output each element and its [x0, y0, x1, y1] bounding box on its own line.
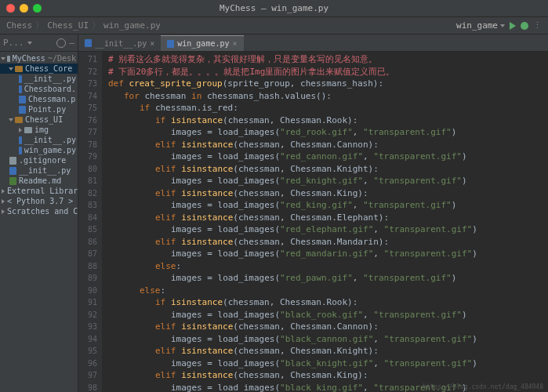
tree-item--gitignore[interactable]: .gitignore [0, 155, 78, 165]
tree-root[interactable]: MyChess ~/Desk [0, 53, 78, 64]
folder-icon [24, 127, 32, 133]
chevron-right-icon: 〉 [35, 20, 44, 31]
tree-item-win_game-py[interactable]: win_game.py [0, 145, 78, 155]
tree-label: External Libraries [7, 187, 78, 195]
python-file-icon [19, 85, 22, 93]
code-line[interactable]: images = load_images("red_cannon.gif", "… [102, 151, 548, 163]
code-line[interactable]: images = load_images("black_cannon.gif",… [102, 333, 548, 346]
tab-__init__-py[interactable]: __init__.py× [78, 35, 161, 51]
code-line[interactable]: images = load_images("red_knight.gif", "… [102, 175, 548, 187]
line-number: 75 [80, 102, 97, 114]
breadcrumb: Chess 〉 Chess_UI 〉 win_game.py [6, 20, 161, 31]
line-number: 96 [80, 358, 97, 370]
code-line[interactable]: elif isinstance(chessman, Chessman.Manda… [102, 236, 548, 249]
code-line[interactable]: elif isinstance(chessman, Chessman.Canno… [102, 139, 548, 151]
code-lines[interactable]: # 别看这么多就觉得复杂，其实很好理解，只是变量名写的见名知意。# 下面20多行… [102, 52, 548, 392]
maximize-window-icon[interactable] [33, 4, 42, 13]
close-window-icon[interactable] [6, 4, 15, 13]
tree-item-img[interactable]: img [0, 125, 78, 135]
line-number: 73 [80, 78, 97, 90]
tree-label: img [34, 125, 49, 134]
code-line[interactable]: # 下面20多行，都是。。。。就是把Img里面的图片拿出来赋值定义而已。 [102, 66, 548, 78]
code-line[interactable]: images = load_images("red_mandarin.gif",… [102, 248, 548, 260]
code-line[interactable]: for chessman in chessmans_hash.values(): [102, 90, 548, 103]
tab-label: win_game.py [177, 39, 229, 48]
python-file-icon [19, 136, 22, 144]
code-line[interactable]: elif isinstance(chessman, Chessman.King)… [102, 369, 548, 382]
gear-icon[interactable] [56, 38, 66, 48]
run-icon[interactable] [510, 22, 516, 30]
code-line[interactable]: else: [102, 285, 548, 297]
line-number: 85 [80, 223, 97, 236]
external-libraries[interactable]: External Libraries [0, 186, 78, 196]
python-file-icon [19, 106, 26, 114]
tree-item-Chessman-p[interactable]: Chessman.p [0, 94, 78, 104]
python-file-icon [85, 39, 92, 47]
code-line[interactable]: elif isinstance(chessman, Chessman.King)… [102, 187, 548, 200]
line-gutter: 7172737475767778798081828384858687888990… [78, 52, 102, 392]
tree-item-__init__-py[interactable]: __init__.py [0, 165, 78, 176]
breadcrumb-bar: Chess 〉 Chess_UI 〉 win_game.py win_game … [0, 17, 548, 34]
watermark: https://blog.csdn.net/dag_484948 [423, 383, 543, 390]
code-line[interactable]: elif isinstance(chessman, Chessman.Knigh… [102, 345, 548, 358]
tree-label: < Python 3.7 > [7, 197, 73, 205]
python-file-icon [19, 75, 22, 83]
tree-item-__init__-py[interactable]: __init__.py [0, 74, 78, 84]
code-line[interactable]: if chessman.is_red: [102, 102, 548, 114]
breadcrumb-item[interactable]: Chess_UI [47, 20, 89, 31]
line-number: 74 [80, 90, 97, 103]
tree-label: Chessman.p [28, 95, 75, 103]
code-line[interactable]: if isinstance(chessman, Chessman.Rook): [102, 114, 548, 127]
tree-item-Chess_Core[interactable]: Chess_Core [0, 64, 78, 74]
close-icon[interactable]: × [233, 39, 238, 48]
code-line[interactable]: else: [102, 260, 548, 273]
code-line[interactable]: def creat_sprite_group(sprite_group, che… [102, 78, 548, 90]
hide-icon[interactable]: — [69, 38, 74, 48]
breadcrumb-item[interactable]: win_game.py [103, 20, 161, 31]
chevron-down-icon[interactable] [27, 42, 32, 45]
code-line[interactable]: images = load_images("red_elephant.gif",… [102, 223, 548, 236]
editor-tabs: __init__.py×win_game.py× [78, 34, 548, 52]
folder-icon [15, 66, 23, 72]
code-line[interactable]: images = load_images("red_king.gif", "tr… [102, 199, 548, 212]
line-number: 87 [80, 248, 97, 260]
tree-item-Point-py[interactable]: Point.py [0, 104, 78, 114]
tree-label: __init__.py [24, 136, 76, 144]
tab-win_game-py[interactable]: win_game.py× [161, 35, 243, 51]
line-number: 78 [80, 139, 97, 151]
line-number: 90 [80, 285, 97, 297]
minimize-window-icon[interactable] [20, 4, 28, 13]
line-number: 77 [80, 126, 97, 139]
run-config-selector[interactable]: win_game [456, 20, 505, 31]
line-number: 86 [80, 236, 97, 249]
more-icon[interactable]: ⋮ [533, 20, 542, 31]
code-line[interactable]: images = load_images("black_knight.gif",… [102, 358, 548, 370]
project-tool-label[interactable]: P... [3, 38, 24, 48]
scratches[interactable]: Scratches and Con [0, 206, 78, 216]
expand-icon [19, 128, 22, 132]
code-line[interactable]: images = load_images("red_pawn.gif", "tr… [102, 272, 548, 285]
code-area[interactable]: 7172737475767778798081828384858687888990… [78, 52, 548, 392]
tree-label: win_game.py [24, 146, 76, 154]
tree-item-__init__-py[interactable]: __init__.py [0, 135, 78, 145]
code-line[interactable]: images = load_images("red_rook.gif", "tr… [102, 126, 548, 139]
tree-item-Chessboard-[interactable]: Chessboard. [0, 84, 78, 94]
code-line[interactable]: if isinstance(chessman, Chessman.Rook): [102, 296, 548, 309]
code-line[interactable]: # 别看这么多就觉得复杂，其实很好理解，只是变量名写的见名知意。 [102, 53, 548, 66]
python-env[interactable]: < Python 3.7 > [0, 196, 78, 206]
tree-item-Readme-md[interactable]: Readme.md [0, 176, 78, 186]
line-number: 80 [80, 163, 97, 176]
code-line[interactable]: elif isinstance(chessman, Chessman.Knigh… [102, 163, 548, 176]
tree-item-Chess_UI[interactable]: Chess_UI [0, 114, 78, 125]
chevron-right-icon: 〉 [92, 20, 100, 31]
code-line[interactable]: elif isinstance(chessman, Chessman.Canno… [102, 321, 548, 333]
expand-icon [2, 199, 5, 204]
window-title: MyChess – win_game.py [220, 3, 328, 13]
titlebar: MyChess – win_game.py [0, 0, 548, 17]
debug-icon[interactable] [521, 22, 528, 30]
close-icon[interactable]: × [150, 39, 154, 48]
breadcrumb-item[interactable]: Chess [6, 20, 32, 31]
code-line[interactable]: elif isinstance(chessman, Chessman.Eleph… [102, 212, 548, 224]
code-line[interactable]: images = load_images("black_rook.gif", "… [102, 309, 548, 321]
tab-label: __init__.py [95, 39, 147, 48]
